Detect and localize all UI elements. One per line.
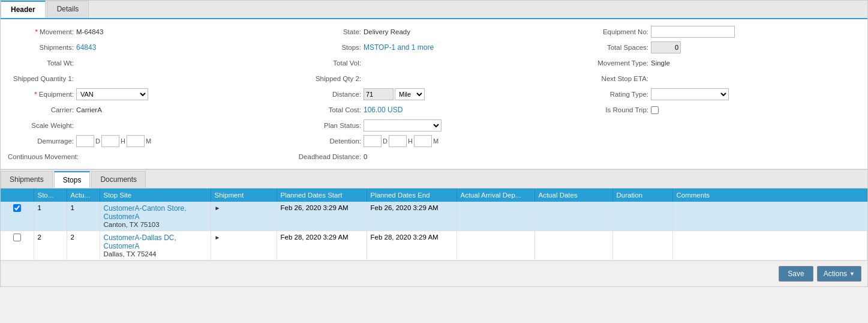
- col-header-planned-start[interactable]: Planned Dates Start: [277, 189, 367, 202]
- row1-arrow-icon[interactable]: ►: [215, 205, 221, 211]
- actions-button[interactable]: Actions ▼: [817, 266, 861, 282]
- demurrage-label: Demurrage:: [8, 137, 74, 145]
- tab-shipments[interactable]: Shipments: [1, 171, 53, 188]
- movement-value: M-64843: [76, 28, 103, 35]
- col-header-actual-dates[interactable]: Actual Dates: [534, 189, 612, 202]
- row2-stop-site-addr: Dallas, TX 75244: [104, 250, 157, 258]
- is-round-trip-row: Is Round Trip:: [582, 103, 860, 116]
- tab-header[interactable]: Header: [1, 1, 46, 18]
- actions-arrow-icon: ▼: [849, 271, 855, 277]
- col-header-planned-end[interactable]: Planned Dates End: [367, 189, 456, 202]
- stops-label: Stops:: [295, 44, 361, 51]
- movement-type-row: Movement Type: Single: [582, 56, 860, 70]
- tab-stops[interactable]: Stops: [54, 171, 91, 188]
- col-header-shipment[interactable]: Shipment: [211, 189, 277, 202]
- col-header-actual-arrival[interactable]: Actual Arrival Dep...: [456, 189, 534, 202]
- scale-weight-label: Scale Weight:: [8, 122, 74, 129]
- form-grid: Movement: M-64843 Shipments: 64843 Total…: [3, 24, 865, 167]
- shipped-qty2-row: Shipped Qty 2:: [295, 72, 573, 85]
- footer: Save Actions ▼: [1, 261, 867, 286]
- row2-planned-end: Feb 28, 2020 3:29 AM: [367, 231, 456, 261]
- shipments-link[interactable]: 64843: [76, 43, 96, 52]
- is-round-trip-checkbox[interactable]: [651, 106, 659, 114]
- row1-stop: 1: [34, 202, 67, 231]
- row1-stop-site-link2[interactable]: CustomerA: [104, 213, 207, 221]
- row1-stop-site-link[interactable]: CustomerA-Canton Store,: [104, 204, 207, 213]
- demurrage-m-label: M: [146, 137, 151, 145]
- col-header-stop[interactable]: Sto...: [34, 189, 67, 202]
- row1-checkbox-cell: [1, 202, 34, 231]
- form-col-2: State: Delivery Ready Stops: MSTOP-1 and…: [290, 24, 578, 167]
- row2-arrow-icon[interactable]: ►: [215, 234, 221, 241]
- save-button[interactable]: Save: [779, 266, 813, 282]
- row2-checkbox[interactable]: [13, 234, 21, 241]
- movement-row: Movement: M-64843: [8, 25, 286, 38]
- total-spaces-input[interactable]: [651, 41, 681, 53]
- demurrage-m-input[interactable]: [127, 135, 145, 147]
- row1-comments: [672, 202, 867, 231]
- shipments-label: Shipments:: [8, 44, 74, 51]
- equipment-no-input[interactable]: [651, 26, 735, 38]
- col-header-comments[interactable]: Comments: [672, 189, 867, 202]
- row2-checkbox-cell: [1, 231, 34, 261]
- detention-h-input[interactable]: [389, 135, 407, 147]
- demurrage-row: Demurrage: D H M: [8, 134, 286, 148]
- detention-d-label: D: [383, 137, 388, 145]
- table-header-row: Sto... Actu... Stop Site Shipment Planne…: [1, 189, 867, 202]
- row2-duration: [612, 231, 672, 261]
- row1-actual: 1: [67, 202, 100, 231]
- row1-duration: [612, 202, 672, 231]
- total-spaces-label: Total Spaces:: [582, 44, 648, 51]
- stops-link[interactable]: MSTOP-1 and 1 more: [364, 43, 434, 52]
- movement-label: Movement:: [8, 28, 74, 35]
- rating-type-select[interactable]: [651, 88, 729, 100]
- is-round-trip-label: Is Round Trip:: [582, 106, 648, 113]
- demurrage-h-input[interactable]: [101, 135, 119, 147]
- distance-unit-select[interactable]: Mile: [395, 88, 425, 100]
- tab-details[interactable]: Details: [47, 1, 89, 18]
- actions-label: Actions: [824, 270, 847, 278]
- row2-stop-site-link[interactable]: CustomerA-Dallas DC,: [104, 234, 207, 242]
- carrier-value: CarrierA: [76, 106, 102, 113]
- equipment-label: Equipment:: [8, 91, 74, 98]
- distance-label: Distance:: [295, 91, 361, 98]
- total-spaces-row: Total Spaces:: [582, 41, 860, 54]
- main-container: Header Details Movement: M-64843 Shipmen…: [0, 0, 868, 287]
- col-header-actual[interactable]: Actu...: [67, 189, 100, 202]
- rating-type-row: Rating Type:: [582, 88, 860, 101]
- row2-planned-start: Feb 28, 2020 3:29 AM: [277, 231, 367, 261]
- state-row: State: Delivery Ready: [295, 25, 573, 38]
- row1-planned-start: Feb 26, 2020 3:29 AM: [277, 202, 367, 231]
- stops-row: Stops: MSTOP-1 and 1 more: [295, 41, 573, 54]
- movement-type-label: Movement Type:: [582, 59, 648, 67]
- col-header-duration[interactable]: Duration: [612, 189, 672, 202]
- detention-m-input[interactable]: [414, 135, 432, 147]
- total-vol-label: Total Vol:: [295, 59, 361, 67]
- col-header-stop-site[interactable]: Stop Site: [100, 189, 211, 202]
- demurrage-d-input[interactable]: [76, 135, 94, 147]
- state-value: Delivery Ready: [364, 28, 410, 35]
- deadhead-value: 0: [364, 153, 367, 160]
- table-row: 2 2 CustomerA-Dallas DC, CustomerA Dalla…: [1, 231, 867, 261]
- detention-m-label: M: [433, 137, 438, 145]
- row2-stop: 2: [34, 231, 67, 261]
- equipment-row: Equipment: VAN: [8, 88, 286, 101]
- distance-input[interactable]: [364, 88, 394, 100]
- detention-d-input[interactable]: [364, 135, 382, 147]
- continuous-movement-row: Continuous Movement:: [8, 150, 286, 163]
- row2-actual: 2: [67, 231, 100, 261]
- deadhead-label: Deadhead Distance:: [295, 153, 361, 160]
- row2-stop-site-link2[interactable]: CustomerA: [104, 242, 207, 250]
- equipment-select[interactable]: VAN: [76, 88, 148, 100]
- shipments-row: Shipments: 64843: [8, 41, 286, 54]
- tab-documents[interactable]: Documents: [91, 171, 146, 188]
- detention-inputs: D H M: [364, 135, 438, 147]
- form-col-1: Movement: M-64843 Shipments: 64843 Total…: [3, 24, 290, 167]
- table-row: 1 1 CustomerA-Canton Store, CustomerA Ca…: [1, 202, 867, 231]
- total-cost-value[interactable]: 106.00 USD: [364, 106, 403, 114]
- total-cost-label: Total Cost:: [295, 106, 361, 113]
- state-label: State:: [295, 28, 361, 35]
- row1-stop-site-addr: Canton, TX 75103: [104, 221, 160, 228]
- plan-status-select[interactable]: [364, 119, 441, 131]
- row1-checkbox[interactable]: [13, 204, 21, 212]
